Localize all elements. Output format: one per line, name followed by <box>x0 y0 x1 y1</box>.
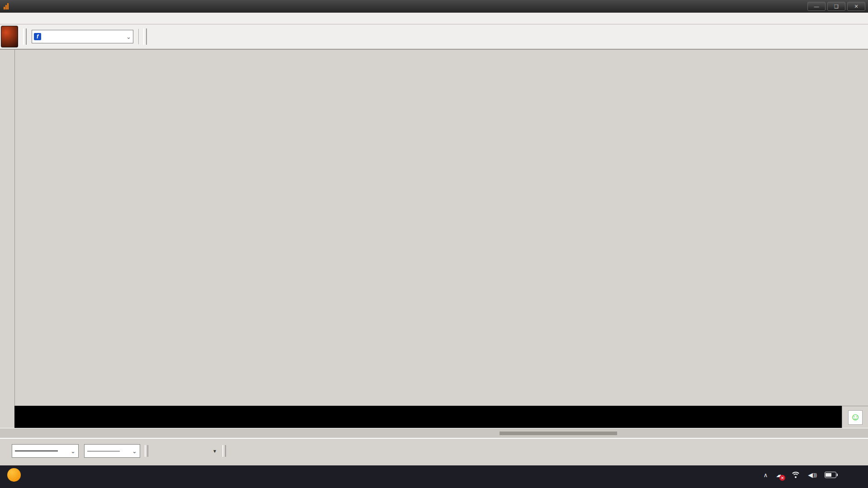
line-style-dropdown[interactable]: ⌄ <box>12 444 79 458</box>
title-bar: — ❑ ✕ <box>0 0 868 13</box>
menu-bar <box>0 13 868 24</box>
template-dropdown[interactable]: f ⌄ <box>32 30 133 43</box>
chart-scrollbar-row <box>0 428 868 438</box>
smiley-icon[interactable]: ☺ <box>848 410 863 425</box>
scrollbar-thumb[interactable] <box>500 432 617 435</box>
windows-taskbar: ∧ ☁✕ ◀))) <box>0 465 868 488</box>
app-logo <box>0 3 10 9</box>
toolbar-grip[interactable] <box>23 28 27 45</box>
onedrive-error-badge: ✕ <box>779 475 785 481</box>
weather-widget[interactable] <box>7 468 25 482</box>
chevron-down-icon: ⌄ <box>126 33 131 40</box>
date-axis <box>14 406 842 418</box>
formula-icon: f <box>34 33 41 40</box>
style-toolbar: ⌄ ⌄ ▼ <box>0 438 868 466</box>
line-style-sample <box>15 450 58 451</box>
metastock-window: — ❑ ✕ f ⌄ ☺ <box>0 0 868 488</box>
close-button[interactable]: ✕ <box>847 2 865 11</box>
battery-icon[interactable] <box>825 472 836 478</box>
palette-dropdown-arrow[interactable]: ▼ <box>212 449 217 454</box>
chart-workspace: ☺ <box>0 50 868 428</box>
drawing-toolbar <box>0 50 15 428</box>
toolbar-grip[interactable] <box>222 445 226 457</box>
maximize-button[interactable]: ❑ <box>827 2 845 11</box>
power-console-button[interactable] <box>1 26 18 47</box>
smiley-box: ☺ <box>842 406 868 429</box>
minimize-button[interactable]: — <box>807 2 826 11</box>
chevron-down-icon: ⌄ <box>127 448 137 455</box>
month-row <box>14 418 842 428</box>
wifi-icon[interactable] <box>791 472 800 478</box>
toolbar-grip[interactable] <box>143 28 147 45</box>
tray-chevron-icon[interactable]: ∧ <box>764 472 768 479</box>
metastock-logo-icon <box>4 3 9 9</box>
line-weight-sample <box>87 451 120 451</box>
sun-icon <box>7 468 21 482</box>
toolbar-grip[interactable] <box>145 445 148 457</box>
line-weight-dropdown[interactable]: ⌄ <box>84 444 140 458</box>
main-toolbar: f ⌄ <box>0 24 868 50</box>
chevron-down-icon: ⌄ <box>66 448 75 455</box>
onedrive-icon[interactable]: ☁✕ <box>776 471 783 479</box>
volume-icon[interactable]: ◀))) <box>808 471 816 479</box>
